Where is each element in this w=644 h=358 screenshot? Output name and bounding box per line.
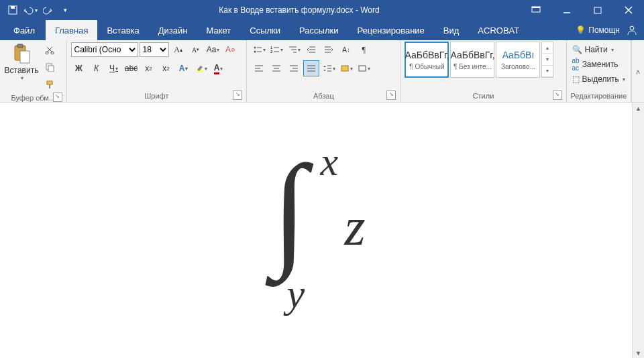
style-no-spacing[interactable]: АаБбВвГг,¶ Без инте... bbox=[450, 42, 494, 78]
justify-button[interactable] bbox=[303, 60, 319, 76]
integral-lower[interactable]: y bbox=[286, 271, 305, 317]
vertical-scrollbar[interactable]: ▲ ▼ bbox=[632, 103, 644, 358]
select-button[interactable]: ⬚Выделить▾ bbox=[571, 72, 627, 86]
svg-rect-15 bbox=[48, 66, 54, 72]
styles-launcher[interactable]: ↘ bbox=[553, 91, 562, 100]
window-title: Как в Ворде вставить формулу.docx - Word bbox=[78, 5, 521, 15]
sort-button[interactable]: A↓ bbox=[338, 42, 354, 58]
highlight-button[interactable]: ▾ bbox=[193, 60, 209, 76]
cursor-icon: ⬚ bbox=[572, 74, 580, 84]
svg-rect-1 bbox=[11, 6, 15, 9]
align-center-button[interactable] bbox=[268, 60, 284, 76]
svg-point-8 bbox=[630, 26, 634, 30]
document-area: ∫ x y z ▲ ▼ bbox=[0, 103, 644, 358]
clear-format-button[interactable]: A⊘ bbox=[223, 42, 239, 58]
close-button[interactable] bbox=[613, 0, 644, 20]
tab-review[interactable]: Рецензирование bbox=[347, 20, 433, 40]
font-color-button[interactable]: A▾ bbox=[211, 60, 227, 76]
collapse-ribbon-button[interactable]: ʌ bbox=[631, 40, 644, 102]
line-spacing-button[interactable]: ▾ bbox=[321, 60, 337, 76]
svg-point-19 bbox=[254, 47, 256, 49]
tab-references[interactable]: Ссылки bbox=[240, 20, 290, 40]
integral-symbol: ∫ bbox=[272, 146, 307, 274]
style-normal[interactable]: АаБбВвГг,¶ Обычный bbox=[405, 42, 449, 78]
svg-rect-3 bbox=[532, 7, 540, 8]
tab-view[interactable]: Вид bbox=[434, 20, 469, 40]
change-case-button[interactable]: Aa▾ bbox=[205, 42, 221, 58]
integral-body[interactable]: z bbox=[344, 196, 365, 257]
multilevel-button[interactable]: ▾ bbox=[286, 42, 302, 58]
cut-button[interactable] bbox=[42, 42, 58, 58]
align-left-button[interactable] bbox=[251, 60, 267, 76]
tab-insert[interactable]: Вставка bbox=[97, 20, 148, 40]
save-button[interactable] bbox=[5, 3, 20, 17]
tab-home[interactable]: Главная bbox=[46, 20, 97, 40]
svg-rect-16 bbox=[47, 81, 52, 84]
svg-rect-11 bbox=[20, 51, 30, 63]
tab-file[interactable]: Файл bbox=[3, 20, 46, 40]
numbering-button[interactable]: 12▾ bbox=[268, 42, 284, 58]
find-button[interactable]: 🔍Найти▾ bbox=[571, 43, 615, 56]
redo-button[interactable] bbox=[40, 3, 55, 17]
window-controls bbox=[521, 0, 644, 20]
ribbon-tabs: Файл Главная Вставка Дизайн Макет Ссылки… bbox=[0, 20, 644, 40]
title-bar: ▾ ▾ Как в Ворде вставить формулу.docx - … bbox=[0, 0, 644, 20]
indent-button[interactable] bbox=[321, 42, 337, 58]
strike-button[interactable]: abc bbox=[123, 60, 140, 76]
grow-font-button[interactable]: A▴ bbox=[170, 42, 186, 58]
styles-gallery-more[interactable]: ▴▾▾ bbox=[541, 42, 553, 78]
scroll-up-button[interactable]: ▲ bbox=[633, 103, 644, 114]
superscript-button[interactable]: x2 bbox=[158, 60, 174, 76]
outdent-button[interactable] bbox=[303, 42, 319, 58]
underline-button[interactable]: Ч▾ bbox=[106, 60, 122, 76]
ribbon: Вставить▾ Буфер обм...↘ Calibri (Осно 18… bbox=[0, 40, 644, 103]
svg-rect-17 bbox=[49, 84, 50, 88]
format-painter-button[interactable] bbox=[42, 76, 58, 93]
svg-rect-5 bbox=[594, 7, 601, 13]
equation[interactable]: ∫ x y z bbox=[266, 143, 365, 290]
clipboard-launcher[interactable]: ↘ bbox=[53, 93, 62, 102]
maximize-button[interactable] bbox=[582, 0, 613, 20]
show-marks-button[interactable]: ¶ bbox=[356, 42, 372, 58]
group-clipboard: Вставить▾ Буфер обм...↘ bbox=[0, 40, 67, 102]
subscript-button[interactable]: x2 bbox=[141, 60, 157, 76]
font-launcher[interactable]: ↘ bbox=[233, 91, 242, 100]
italic-button[interactable]: К bbox=[89, 60, 105, 76]
qat-customize[interactable]: ▾ bbox=[58, 3, 72, 17]
ribbon-options-button[interactable] bbox=[521, 0, 551, 20]
text-effects-button[interactable]: A▾ bbox=[176, 60, 192, 76]
replace-icon: abac bbox=[572, 57, 580, 72]
minimize-button[interactable] bbox=[551, 0, 582, 20]
account-icon[interactable] bbox=[627, 25, 637, 36]
svg-rect-10 bbox=[17, 44, 23, 48]
replace-button[interactable]: abacЗаменить bbox=[571, 58, 620, 71]
document-viewport[interactable]: ∫ x y z bbox=[0, 103, 632, 358]
svg-point-21 bbox=[254, 51, 256, 53]
group-paragraph: ▾ 12▾ ▾ A↓ ¶ ▾ ▾ ▾ Абзац↘ bbox=[247, 40, 400, 102]
font-size-combo[interactable]: 18 bbox=[140, 42, 169, 57]
align-right-button[interactable] bbox=[286, 60, 302, 76]
shrink-font-button[interactable]: A▾ bbox=[188, 42, 204, 58]
paragraph-launcher[interactable]: ↘ bbox=[386, 91, 396, 100]
tell-me[interactable]: 💡Помощн bbox=[576, 25, 620, 35]
shading-button[interactable]: ▾ bbox=[338, 60, 354, 76]
group-editing: 🔍Найти▾ abacЗаменить ⬚Выделить▾ Редактир… bbox=[567, 40, 632, 102]
integral-upper[interactable]: x bbox=[320, 139, 338, 185]
undo-button[interactable]: ▾ bbox=[23, 3, 38, 17]
paste-button[interactable]: Вставить▾ bbox=[4, 42, 39, 81]
group-styles: АаБбВвГг,¶ Обычный АаБбВвГг,¶ Без инте..… bbox=[400, 40, 566, 102]
font-name-combo[interactable]: Calibri (Осно bbox=[71, 42, 138, 57]
group-font: Calibri (Осно 18 A▴ A▾ Aa▾ A⊘ Ж К Ч▾ abc… bbox=[67, 40, 248, 102]
tab-design[interactable]: Дизайн bbox=[149, 20, 197, 40]
copy-button[interactable] bbox=[42, 59, 58, 75]
scroll-down-button[interactable]: ▼ bbox=[633, 347, 644, 358]
style-heading1[interactable]: АаБбВıЗаголово... bbox=[496, 42, 540, 78]
quick-access-toolbar: ▾ ▾ bbox=[0, 3, 78, 17]
tab-layout[interactable]: Макет bbox=[197, 20, 240, 40]
bold-button[interactable]: Ж bbox=[71, 60, 87, 76]
tab-mailings[interactable]: Рассылки bbox=[290, 20, 347, 40]
bullets-button[interactable]: ▾ bbox=[251, 42, 267, 58]
tab-acrobat[interactable]: ACROBAT bbox=[468, 20, 529, 40]
paste-icon bbox=[11, 43, 32, 64]
borders-button[interactable]: ▾ bbox=[356, 60, 372, 76]
